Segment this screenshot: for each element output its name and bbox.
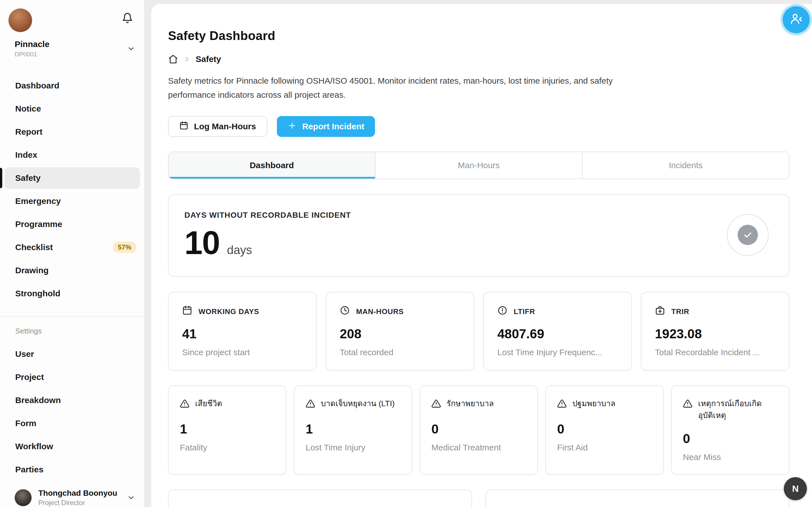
days-without-incident-card: DAYS WITHOUT RECORDABLE INCIDENT 10 days: [168, 194, 790, 277]
type-head: เสียชีวิต: [180, 398, 274, 412]
sidebar-item-label: Breakdown: [15, 395, 61, 405]
sidebar-item-label: Dashboard: [15, 81, 59, 91]
sidebar-item-safety[interactable]: Safety: [0, 167, 144, 189]
sidebar-header: [0, 0, 144, 32]
sidebar-settings-section: Settings User Project Breakdown Form Wor…: [0, 316, 144, 482]
person-switch-icon: [790, 12, 803, 27]
sidebar-item-project[interactable]: Project: [0, 367, 144, 388]
sidebar-item-label: Report: [15, 127, 43, 136]
breadcrumb: Safety: [168, 54, 790, 64]
plus-icon: [288, 121, 297, 132]
sidebar-item-checklist[interactable]: Checklist 57%: [0, 237, 144, 258]
incident-count: 1: [306, 421, 400, 437]
sidebar-item-label: Form: [15, 418, 36, 428]
alert-circle-icon: [497, 305, 507, 318]
sidebar-item-form[interactable]: Form: [0, 413, 144, 434]
days-count: 10: [185, 226, 220, 259]
sidebar-item-label: Programme: [15, 219, 62, 229]
page-description: Safety metrics for Pinnacle following OS…: [168, 74, 653, 102]
tab-man-hours[interactable]: Man-Hours: [375, 152, 582, 179]
type-head: ปฐมพยาบาล: [557, 398, 652, 412]
tab-label: Man-Hours: [458, 161, 500, 170]
stat-label: WORKING DAYS: [199, 307, 259, 316]
check-icon: [738, 225, 758, 245]
floating-button-label: N: [792, 484, 799, 494]
sidebar-item-label: Checklist: [15, 242, 53, 252]
sidebar-item-label: User: [15, 349, 34, 359]
panel-title: Monthly Trend: [185, 505, 456, 507]
stat-head: TRIR: [655, 305, 775, 318]
stat-head: WORKING DAYS: [182, 305, 303, 318]
sidebar-item-stronghold[interactable]: Stronghold: [0, 283, 144, 304]
sidebar-item-label: Emergency: [15, 196, 61, 206]
stat-value: 1923.08: [655, 326, 775, 341]
incident-count: 0: [432, 421, 526, 437]
incident-label-th: รักษาพยาบาล: [447, 398, 494, 412]
user-menu[interactable]: Thongchad Boonyou Project Director: [0, 482, 144, 507]
home-icon[interactable]: [168, 54, 178, 64]
sidebar-item-label: Stronghold: [15, 289, 60, 298]
stat-caption: Lost Time Injury Frequenc...: [497, 348, 618, 357]
sidebar-item-dashboard[interactable]: Dashboard: [0, 75, 144, 96]
incident-card-lost-time-injury: บาดเจ็บหยุดงาน (LTI) 1 Lost Time Injury: [294, 385, 412, 475]
stat-card-trir: TRIR 1923.08 Total Recordable Incident .…: [641, 292, 790, 371]
check-circle-graphic: [727, 214, 769, 256]
checklist-progress-badge: 57%: [113, 242, 137, 253]
incident-card-fatality: เสียชีวิต 1 Fatality: [168, 385, 287, 475]
first-aid-icon: [655, 305, 665, 318]
stat-label: TRIR: [671, 307, 689, 316]
type-head: รักษาพยาบาล: [432, 398, 526, 412]
sidebar-item-label: Drawing: [15, 266, 49, 275]
log-man-hours-button[interactable]: Log Man-Hours: [168, 116, 267, 137]
sidebar-item-user[interactable]: User: [0, 343, 144, 365]
sidebar-item-label: Safety: [15, 173, 41, 183]
tab-bar: Dashboard Man-Hours Incidents: [168, 152, 790, 179]
sidebar-item-breakdown[interactable]: Breakdown: [0, 390, 144, 411]
sidebar-item-drawing[interactable]: Drawing: [0, 260, 144, 281]
sidebar-item-notice[interactable]: Notice: [0, 98, 144, 119]
button-label: Report Incident: [302, 122, 364, 131]
warning-triangle-icon: [180, 398, 190, 412]
report-incident-button[interactable]: Report Incident: [277, 116, 375, 137]
stat-value: 41: [182, 326, 303, 341]
stat-value: 4807.69: [497, 326, 618, 341]
project-info: Pinnacle DP0001: [15, 40, 49, 58]
stat-caption: Total Recordable Incident ...: [655, 348, 775, 357]
sidebar-item-programme[interactable]: Programme: [0, 214, 144, 235]
settings-section-label: Settings: [0, 327, 144, 335]
user-role: Project Director: [38, 499, 117, 507]
charts-row: Monthly Trend Incidents by Type: [168, 490, 790, 507]
tab-incidents[interactable]: Incidents: [582, 152, 789, 179]
hero-text: DAYS WITHOUT RECORDABLE INCIDENT 10 days: [185, 211, 351, 259]
sidebar-item-index[interactable]: Index: [0, 144, 144, 166]
sidebar: Pinnacle DP0001 Dashboard Notice Report …: [0, 0, 145, 507]
incidents-by-type-panel: Incidents by Type: [486, 490, 790, 507]
sidebar-item-report[interactable]: Report: [0, 121, 144, 143]
incident-count: 0: [683, 431, 777, 446]
floating-n-button[interactable]: N: [784, 477, 807, 500]
incident-card-near-miss: เหตุการณ์เกือบเกิดอุบัติเหตุ 0 Near Miss: [671, 385, 790, 475]
user-switch-button[interactable]: [783, 6, 810, 33]
incident-label-en: Fatality: [180, 443, 274, 452]
sidebar-item-workflow[interactable]: Workflow: [0, 436, 144, 457]
project-avatar[interactable]: [8, 8, 32, 32]
stat-caption: Total recorded: [340, 348, 460, 357]
sidebar-item-label: Parties: [15, 465, 43, 474]
sidebar-item-emergency[interactable]: Emergency: [0, 190, 144, 212]
button-label: Log Man-Hours: [194, 122, 256, 131]
sidebar-item-parties[interactable]: Parties: [0, 459, 144, 480]
stat-caption: Since project start: [182, 348, 303, 357]
tab-dashboard[interactable]: Dashboard: [168, 152, 375, 179]
stat-head: LTIFR: [497, 305, 618, 318]
incident-label-th: ปฐมพยาบาล: [572, 398, 615, 412]
stat-value: 208: [340, 326, 460, 341]
user-avatar: [15, 489, 32, 506]
action-buttons: Log Man-Hours Report Incident: [168, 116, 790, 137]
notifications-bell-button[interactable]: [122, 12, 133, 24]
chevron-down-icon: [127, 45, 135, 53]
app-root: Pinnacle DP0001 Dashboard Notice Report …: [0, 0, 812, 507]
breadcrumb-current: Safety: [196, 54, 221, 64]
project-switcher[interactable]: Pinnacle DP0001: [0, 32, 144, 58]
clock-icon: [340, 305, 350, 318]
project-name: Pinnacle: [15, 40, 49, 49]
